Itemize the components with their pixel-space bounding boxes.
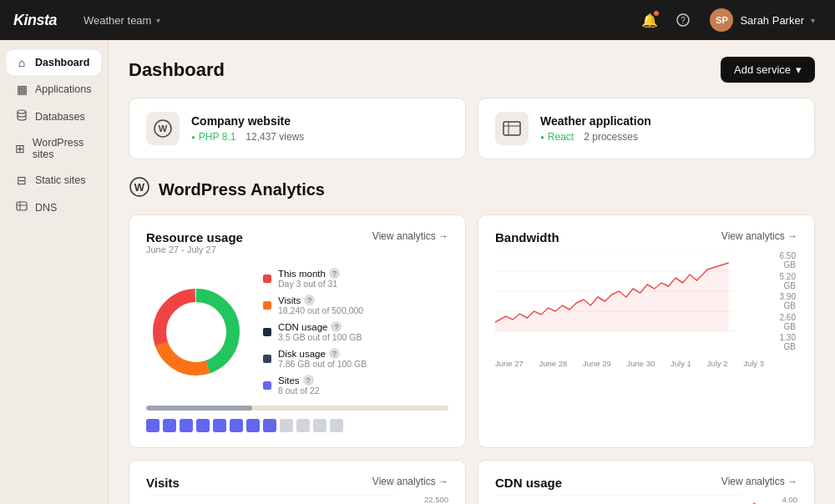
sites-info-icon[interactable]: ? xyxy=(303,375,314,386)
legend-cdn-usage: CDN usage ? 3.5 GB out of 100 GB xyxy=(263,321,448,342)
nav-icons: 🔔 ? SP Sarah Parker ▾ xyxy=(636,5,822,35)
sidebar-label-databases: Databases xyxy=(35,111,85,123)
disk-info-icon[interactable]: ? xyxy=(329,348,340,359)
cdn-label: CDN usage xyxy=(278,322,327,332)
legend-this-month: This month ? Day 3 out of 31 xyxy=(263,268,448,289)
bandwidth-x-label-4: June 30 xyxy=(627,359,655,368)
team-chevron-icon: ▾ xyxy=(156,16,160,25)
progress-fill-1 xyxy=(146,406,252,411)
company-website-meta: PHP 8.1 12,437 views xyxy=(191,131,304,143)
team-name: Weather team xyxy=(84,14,151,27)
bandwidth-header: Bandwidth View analytics → xyxy=(495,230,797,244)
resource-usage-header: Resource usage June 27 - July 27 View an… xyxy=(146,230,448,265)
resource-content: This month ? Day 3 out of 31 Visits xyxy=(146,268,448,396)
notifications-button[interactable]: 🔔 xyxy=(636,7,663,33)
sidebar-item-static[interactable]: ⊟ Static sites xyxy=(7,168,101,193)
service-card-company-website[interactable]: W Company website PHP 8.1 12,437 views xyxy=(129,98,466,159)
page-title: Dashboard xyxy=(129,59,225,81)
resource-usage-subtitle: June 27 - July 27 xyxy=(146,244,243,255)
svg-marker-23 xyxy=(495,263,729,331)
dot-8 xyxy=(263,419,276,432)
visits-sub: 18,240 out of 500,000 xyxy=(278,305,363,315)
this-month-info-icon[interactable]: ? xyxy=(329,268,340,279)
wp-analytics-header: W WordPress Analytics xyxy=(129,176,815,203)
company-website-status: PHP 8.1 xyxy=(191,131,235,143)
cdn-header: CDN usage View analytics → xyxy=(495,476,797,490)
progress-area xyxy=(146,406,448,432)
add-service-button[interactable]: Add service ▾ xyxy=(721,57,815,83)
add-service-chevron-icon: ▾ xyxy=(796,63,802,76)
sidebar-item-dns[interactable]: DNS xyxy=(7,194,101,220)
bandwidth-x-labels: June 27 June 28 June 29 June 30 July 1 J… xyxy=(495,359,764,368)
legend-visits: Visits ? 18,240 out of 500,000 xyxy=(263,295,448,315)
sidebar-item-applications[interactable]: ▦ Applications xyxy=(7,77,101,102)
team-selector[interactable]: Weather team ▾ xyxy=(77,11,167,30)
main-content: Dashboard Add service ▾ W Company websit… xyxy=(109,40,835,504)
dot-5 xyxy=(213,419,226,432)
cdn-info-icon[interactable]: ? xyxy=(331,321,342,332)
disk-dot xyxy=(263,355,271,363)
sites-sub: 8 out of 22 xyxy=(278,386,320,396)
applications-icon: ▦ xyxy=(15,83,28,96)
visits-y-label-1: 22,500 xyxy=(420,495,448,504)
dns-icon xyxy=(15,200,28,214)
dot-10 xyxy=(296,419,310,432)
sidebar-label-static: Static sites xyxy=(35,174,85,186)
sidebar: ⌂ Dashboard ▦ Applications Databases ⊞ W… xyxy=(0,40,109,504)
weather-app-title: Weather application xyxy=(540,114,651,128)
company-website-views: 12,437 views xyxy=(245,131,304,143)
progress-bar-1 xyxy=(146,406,448,411)
legend-sites: Sites ? 8 out of 22 xyxy=(263,375,448,396)
visits-y-labels: 22,500 18,000 xyxy=(420,495,448,504)
company-website-title: Company website xyxy=(191,114,304,128)
bandwidth-x-label-5: July 1 xyxy=(671,359,691,368)
cdn-view-analytics-link[interactable]: View analytics → xyxy=(721,476,797,487)
wordpress-service-icon: W xyxy=(146,112,180,145)
cdn-title: CDN usage xyxy=(495,476,562,490)
user-name: Sarah Parker xyxy=(740,14,804,27)
dot-6 xyxy=(230,419,243,432)
static-icon: ⊟ xyxy=(15,174,28,187)
svg-text:?: ? xyxy=(681,16,686,25)
this-month-sub: Day 3 out of 31 xyxy=(278,279,340,289)
cdn-y-label-1: 4.00 GB xyxy=(769,495,797,504)
bandwidth-x-label-7: July 3 xyxy=(743,359,764,368)
wordpress-icon: ⊞ xyxy=(15,142,26,155)
help-button[interactable]: ? xyxy=(670,7,696,33)
weather-app-info: Weather application React 2 processes xyxy=(540,114,651,143)
question-icon: ? xyxy=(676,13,690,27)
bandwidth-view-analytics-link[interactable]: View analytics → xyxy=(721,230,797,242)
databases-icon xyxy=(15,109,28,123)
sites-dot xyxy=(263,381,271,390)
dot-2 xyxy=(163,419,176,432)
add-service-label: Add service xyxy=(734,63,791,76)
bandwidth-y-label-1: 6.50 GB xyxy=(766,251,796,270)
home-icon: ⌂ xyxy=(15,56,28,69)
user-menu[interactable]: SP Sarah Parker ▾ xyxy=(703,5,822,35)
sidebar-item-wordpress[interactable]: ⊞ WordPress sites xyxy=(7,131,101,166)
sidebar-item-databases[interactable]: Databases xyxy=(7,103,101,129)
dot-12 xyxy=(330,419,343,432)
svg-text:W: W xyxy=(159,123,168,134)
bandwidth-title: Bandwidth xyxy=(495,230,559,244)
sidebar-item-dashboard[interactable]: ⌂ Dashboard xyxy=(7,50,101,75)
legend-disk-usage: Disk usage ? 7.86 GB out of 100 GB xyxy=(263,348,448,369)
dot-11 xyxy=(313,419,326,432)
donut-chart xyxy=(146,282,246,382)
weather-app-meta: React 2 processes xyxy=(540,131,651,143)
visits-view-analytics-link[interactable]: View analytics → xyxy=(372,476,448,487)
visits-chart: 22,500 18,000 xyxy=(146,495,448,504)
this-month-dot xyxy=(263,275,271,283)
resource-usage-title: Resource usage xyxy=(146,230,243,244)
service-card-weather-app[interactable]: Weather application React 2 processes xyxy=(478,98,815,159)
weather-app-processes: 2 processes xyxy=(584,131,638,143)
resource-view-analytics-link[interactable]: View analytics → xyxy=(372,230,448,242)
page-header: Dashboard Add service ▾ xyxy=(129,57,815,83)
svg-point-2 xyxy=(18,110,26,113)
disk-sub: 7.86 GB out of 100 GB xyxy=(278,359,367,369)
this-month-label: This month xyxy=(278,269,326,279)
resource-usage-card: Resource usage June 27 - July 27 View an… xyxy=(129,214,466,448)
dot-9 xyxy=(280,419,293,432)
visits-info-icon[interactable]: ? xyxy=(304,295,315,305)
bandwidth-x-label-6: July 2 xyxy=(707,359,728,368)
